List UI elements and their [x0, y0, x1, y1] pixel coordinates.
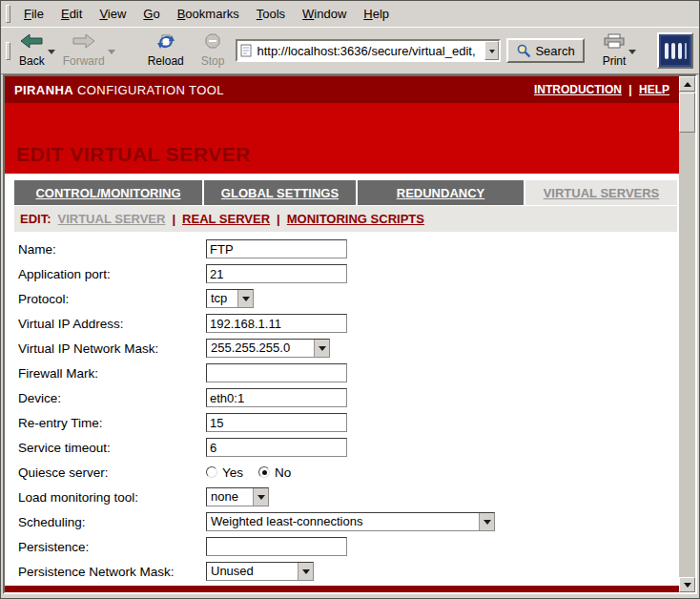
application-port-input[interactable] [206, 264, 347, 283]
app-title-bold: PIRANHA [14, 83, 73, 97]
form-row-load-tool: Load monitoring tool: none [5, 485, 679, 509]
browser-window: File Edit View Go Bookmarks Tools Window… [0, 0, 700, 599]
load-monitoring-select-value: none [207, 488, 253, 506]
tab-virtual-servers[interactable]: VIRTUAL SERVERS [525, 180, 677, 205]
form-row-vip-mask: Virtual IP Network Mask: 255.255.255.0 [5, 336, 679, 361]
help-link[interactable]: HELP [639, 83, 669, 96]
chevron-down-icon [253, 488, 268, 506]
scroll-up-button[interactable] [679, 76, 695, 92]
protocol-select[interactable]: tcp [206, 289, 254, 308]
firewall-mark-input[interactable] [206, 363, 347, 382]
virtual-server-form: Name: Application port: Protocol: tcp Vi… [5, 237, 679, 584]
virtual-ip-input[interactable] [206, 314, 347, 333]
stop-icon [205, 33, 220, 52]
main-tabs: CONTROL/MONITORING GLOBAL SETTINGS REDUN… [14, 180, 677, 205]
quiesce-no-radio[interactable] [258, 466, 270, 478]
menu-go[interactable]: Go [134, 3, 168, 25]
menu-window[interactable]: Window [294, 3, 355, 25]
search-label: Search [535, 44, 574, 58]
form-row-scheduling: Scheduling: Weighted least-connections [5, 509, 679, 534]
tab-control-monitoring[interactable]: CONTROL/MONITORING [14, 180, 202, 205]
vip-netmask-select[interactable]: 255.255.255.0 [206, 339, 330, 358]
arrow-down-icon [684, 583, 691, 591]
form-row-firewall-mark: Firewall Mark: [5, 361, 679, 385]
search-button[interactable]: Search [506, 38, 584, 63]
quiesce-yes-label: Yes [222, 465, 243, 480]
navigation-toolbar: Back Forward [1, 27, 699, 74]
persistence-netmask-select[interactable]: Unused [206, 562, 314, 581]
forward-button[interactable]: Forward [59, 31, 119, 71]
menu-bar: File Edit View Go Bookmarks Tools Window… [1, 1, 699, 27]
form-row-port: Application port: [5, 261, 679, 286]
forward-dropdown-chevron-icon[interactable] [108, 50, 115, 58]
form-row-quiesce: Quiesce server: Yes No [5, 460, 679, 485]
scrollbar-thumb[interactable] [679, 93, 695, 133]
url-bar [236, 39, 501, 62]
app-title-rest: CONFIGURATION TOOL [77, 83, 224, 97]
back-button[interactable]: Back [15, 31, 59, 71]
quiesce-yes-radio[interactable] [206, 466, 217, 478]
subnav-virtual-server-link[interactable]: VIRTUAL SERVER [58, 212, 166, 226]
form-row-timeout: Service timeout: [5, 435, 679, 460]
device-input[interactable] [206, 388, 347, 407]
vertical-scrollbar[interactable] [679, 76, 695, 592]
scheduling-label: Scheduling: [18, 515, 206, 529]
load-tool-label: Load monitoring tool: [18, 490, 206, 505]
vip-netmask-select-value: 255.255.255.0 [207, 340, 314, 357]
subnav-real-server-link[interactable]: REAL SERVER [182, 212, 270, 226]
tab-redundancy[interactable]: REDUNDANCY [358, 180, 524, 205]
introduction-link[interactable]: INTRODUCTION [534, 83, 622, 96]
chevron-down-icon [237, 290, 253, 307]
reload-icon [156, 33, 175, 52]
vip-mask-label: Virtual IP Network Mask: [18, 341, 206, 356]
arrow-up-icon [684, 78, 691, 87]
forward-icon [72, 33, 95, 52]
toolbar-grippy[interactable] [6, 42, 10, 60]
form-row-vip: Virtual IP Address: [5, 311, 679, 336]
menu-help[interactable]: Help [355, 3, 398, 25]
persistence-input[interactable] [206, 537, 347, 556]
menu-tools[interactable]: Tools [248, 3, 294, 25]
piranha-page: PIRANHA CONFIGURATION TOOL INTRODUCTION … [5, 76, 679, 592]
header-link-separator: | [628, 83, 631, 96]
form-row-persistence: Persistence: [5, 534, 679, 559]
chevron-down-icon [314, 340, 329, 357]
url-dropdown-button[interactable] [484, 41, 499, 60]
load-monitoring-select[interactable]: none [206, 487, 269, 506]
url-input[interactable] [255, 42, 484, 59]
page-title: EDIT VIRTUAL SERVER [16, 143, 251, 166]
mozilla-logo[interactable] [657, 32, 693, 69]
stop-label: Stop [201, 54, 225, 68]
app-title: PIRANHA CONFIGURATION TOOL [14, 83, 224, 97]
menu-edit[interactable]: Edit [52, 3, 91, 25]
protocol-select-value: tcp [207, 290, 237, 307]
browser-viewport: PIRANHA CONFIGURATION TOOL INTRODUCTION … [3, 74, 697, 594]
scheduling-select[interactable]: Weighted least-connections [206, 512, 495, 531]
reentry-time-input[interactable] [206, 413, 347, 432]
reload-button[interactable]: Reload [144, 31, 188, 71]
edit-subnav: EDIT: VIRTUAL SERVER | REAL SERVER | MON… [14, 206, 677, 232]
stop-button[interactable]: Stop [197, 31, 229, 71]
protocol-label: Protocol: [18, 292, 206, 306]
menu-view[interactable]: View [91, 3, 134, 25]
device-label: Device: [18, 391, 206, 405]
tab-global-settings[interactable]: GLOBAL SETTINGS [204, 180, 356, 205]
scheduling-select-value: Weighted least-connections [207, 513, 479, 530]
back-dropdown-chevron-icon[interactable] [48, 50, 55, 58]
form-row-persistence-mask: Persistence Network Mask: Unused [5, 559, 679, 584]
name-input[interactable] [206, 239, 347, 258]
name-label: Name: [18, 242, 206, 257]
menu-bookmarks[interactable]: Bookmarks [169, 3, 248, 25]
page-banner: EDIT VIRTUAL SERVER [5, 103, 679, 174]
accept-bar-edge [5, 586, 679, 592]
chevron-down-icon [298, 563, 313, 580]
menu-file[interactable]: File [15, 3, 52, 25]
print-button[interactable]: Print [598, 31, 642, 71]
print-dropdown-chevron-icon[interactable] [628, 50, 636, 58]
timeout-label: Service timeout: [18, 441, 206, 455]
menubar-grippy[interactable] [6, 5, 10, 23]
service-timeout-input[interactable] [206, 438, 347, 457]
print-icon [604, 33, 625, 52]
subnav-monitoring-scripts-link[interactable]: MONITORING SCRIPTS [287, 212, 424, 226]
scroll-down-button[interactable] [679, 577, 695, 592]
